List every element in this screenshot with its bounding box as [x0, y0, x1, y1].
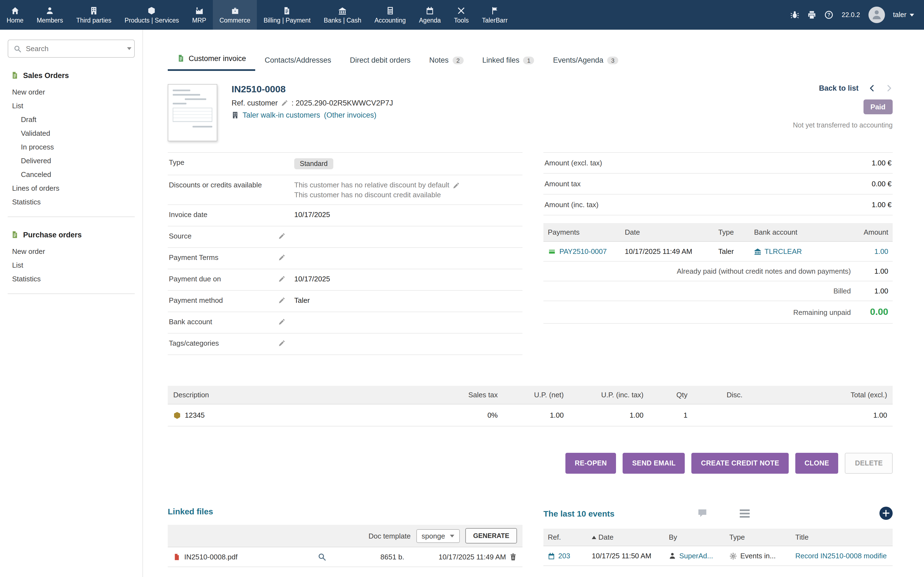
chat-bubble-icon[interactable]: [697, 508, 708, 518]
preview-magnifier-icon[interactable]: [318, 553, 326, 561]
back-to-list-link[interactable]: Back to list: [819, 84, 859, 92]
event-row: 203 10/17/25 11:50 AM SuperAd... Events …: [543, 546, 893, 566]
tab-notes[interactable]: Notes2: [420, 50, 473, 71]
avatar[interactable]: [868, 6, 885, 23]
invoice-titles: IN2510-0008 Ref. customer : 2025.290-02R…: [231, 84, 393, 141]
banks-icon: [339, 6, 347, 15]
tab-customer-invoice[interactable]: Customer invoice: [168, 48, 255, 71]
payment-card-icon: [548, 248, 556, 255]
menu-tools[interactable]: Tools: [447, 0, 475, 30]
tools-icon: [457, 6, 465, 15]
product-link[interactable]: 12345: [185, 411, 205, 419]
sidebar-item-list[interactable]: List: [8, 99, 135, 113]
members-icon: [46, 6, 54, 15]
user-menu[interactable]: taler: [893, 11, 914, 19]
menu-accounting[interactable]: Accounting: [368, 0, 412, 30]
field-row-bank-account: Bank account: [168, 312, 522, 334]
menu-third-parties[interactable]: Third parties: [69, 0, 118, 30]
events-count-badge: 3: [607, 56, 618, 64]
create-credit-note-button[interactable]: CREATE CREDIT NOTE: [691, 453, 789, 474]
delete-button[interactable]: DELETE: [845, 453, 893, 474]
edit-bank-account-icon[interactable]: [278, 318, 286, 325]
next-record-icon: [885, 85, 893, 92]
sidebar-item-in-process[interactable]: In process: [8, 140, 135, 154]
line-row: 12345 0% 1.00 1.00 1 1.00: [168, 405, 893, 426]
event-user-icon: [669, 552, 676, 559]
left-sidebar: Sales Orders New order List Draft Valida…: [0, 30, 143, 577]
tab-events-agenda[interactable]: Events/Agenda3: [544, 50, 628, 71]
events-table: Ref. Date By Type Title 203 10/17/25 11:…: [543, 529, 893, 566]
menu-billing-payment[interactable]: Billing | Payment: [257, 0, 317, 30]
edit-payment-terms-icon[interactable]: [278, 254, 286, 261]
file-name-link[interactable]: IN2510-0008.pdf: [173, 553, 302, 561]
sidebar-item-po-statistics[interactable]: Statistics: [8, 272, 135, 286]
file-row: IN2510-0008.pdf 8651 b. 10/17/2025 11:49…: [168, 547, 522, 567]
sidebar-item-lines-of-orders[interactable]: Lines of orders: [8, 181, 135, 195]
menu-products-services[interactable]: Products | Services: [118, 0, 186, 30]
invoice-ref: IN2510-0008: [231, 84, 393, 95]
generate-button[interactable]: GENERATE: [465, 528, 517, 543]
search-dropdown-icon[interactable]: [127, 47, 131, 50]
doc-template-select[interactable]: sponge: [416, 529, 460, 543]
company-link[interactable]: Taler walk-in customers: [242, 111, 320, 119]
sidebar-item-validated[interactable]: Validated: [8, 126, 135, 140]
invoice-thumbnail[interactable]: [168, 84, 217, 141]
payment-ref-link[interactable]: PAY2510-0007: [559, 247, 607, 256]
help-icon[interactable]: [825, 10, 834, 19]
search-input[interactable]: [26, 45, 123, 53]
print-icon[interactable]: [808, 10, 816, 19]
sidebar-item-new-order[interactable]: New order: [8, 85, 135, 99]
menu-banks-cash[interactable]: Banks | Cash: [317, 0, 368, 30]
debug-bug-icon[interactable]: [791, 10, 800, 19]
previous-record-icon[interactable]: [869, 85, 876, 92]
edit-tags-icon[interactable]: [278, 340, 286, 347]
sidebar-divider: [8, 216, 135, 217]
menu-commerce[interactable]: Commerce: [213, 0, 257, 30]
invoice-lines-table: Description Sales tax U.P. (net) U.P. (i…: [168, 386, 893, 426]
sidebar-item-po-list[interactable]: List: [8, 258, 135, 272]
talerbarr-icon: [491, 6, 499, 15]
notes-count-badge: 2: [452, 56, 464, 64]
mrp-icon: [195, 6, 203, 15]
edit-source-icon[interactable]: [278, 232, 286, 240]
sidebar-item-draft[interactable]: Draft: [8, 113, 135, 126]
tab-linked-files[interactable]: Linked files1: [473, 50, 544, 71]
sidebar-divider: [8, 293, 135, 294]
edit-payment-due-icon[interactable]: [278, 275, 286, 282]
sidebar-item-delivered[interactable]: Delivered: [8, 154, 135, 168]
tab-contacts-addresses[interactable]: Contacts/Addresses: [255, 50, 341, 71]
doc-template-bar: Doc template sponge GENERATE: [168, 525, 522, 547]
sidebar-item-canceled[interactable]: Canceled: [8, 168, 135, 181]
bank-account-link[interactable]: TLRCLEAR: [764, 247, 802, 256]
sidebar-item-po-new-order[interactable]: New order: [8, 245, 135, 258]
menu-mrp[interactable]: MRP: [186, 0, 213, 30]
edit-payment-method-icon[interactable]: [278, 297, 286, 304]
products-icon: [148, 6, 156, 15]
send-email-button[interactable]: SEND EMAIL: [623, 453, 685, 474]
clone-button[interactable]: CLONE: [795, 453, 838, 474]
edit-discount-icon[interactable]: [453, 182, 460, 189]
linked-files-title: Linked files: [168, 507, 522, 516]
commerce-icon: [231, 6, 239, 15]
menu-agenda[interactable]: Agenda: [412, 0, 447, 30]
agenda-icon: [426, 6, 434, 15]
sidebar-section-purchase-orders[interactable]: Purchase orders: [11, 230, 135, 239]
tab-direct-debit-orders[interactable]: Direct debit orders: [341, 50, 420, 71]
other-invoices-link[interactable]: (Other invoices): [324, 111, 376, 119]
event-user-link[interactable]: SuperAd...: [679, 552, 713, 560]
field-row-payment-method: Payment method Taler: [168, 291, 522, 312]
sidebar-item-statistics[interactable]: Statistics: [8, 195, 135, 209]
menu-members[interactable]: Members: [30, 0, 69, 30]
menu-talerbarr[interactable]: TalerBarr: [475, 0, 514, 30]
reopen-button[interactable]: RE-OPEN: [565, 453, 616, 474]
trash-icon[interactable]: [509, 553, 517, 561]
list-view-icon[interactable]: [740, 513, 750, 514]
event-ref-link[interactable]: 203: [558, 552, 570, 560]
menu-home[interactable]: Home: [0, 0, 30, 30]
add-event-button[interactable]: [879, 507, 893, 520]
event-title-link[interactable]: Record IN2510-0008 modifie: [795, 552, 887, 560]
amount-incl-row: Amount (inc. tax) 1.00 €: [543, 195, 893, 215]
sidebar-section-sales-orders[interactable]: Sales Orders: [11, 71, 135, 80]
edit-pencil-icon[interactable]: [281, 100, 288, 106]
linked-files-section: Linked files Doc template sponge GENERAT…: [168, 507, 522, 567]
